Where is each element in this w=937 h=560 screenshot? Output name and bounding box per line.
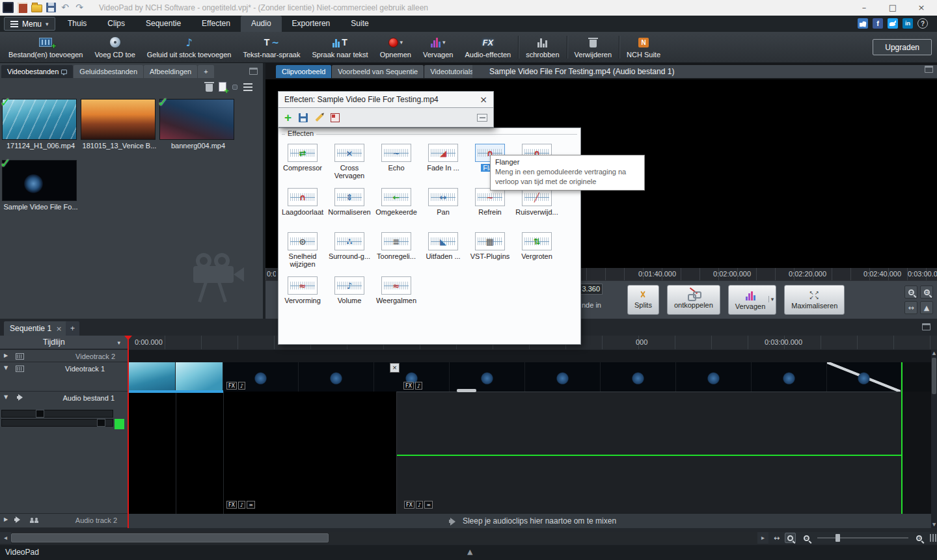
scroll-left-icon[interactable]: ◂ (0, 532, 11, 544)
effect-item-cross-vervagen[interactable]: ×Cross Vervagen (326, 140, 373, 180)
tab-exporteren[interactable]: Exporteren (282, 16, 341, 32)
fx-badge[interactable]: FX (226, 382, 237, 390)
minimize-button[interactable]: – (850, 0, 878, 16)
nch-suite-button[interactable]: N NCH Suite (621, 32, 666, 62)
pan-slider-handle[interactable] (97, 419, 105, 427)
tab-afbeeldingen[interactable]: Afbeeldingen (144, 65, 197, 78)
effect-item-normaliseren[interactable]: ⇕Normaliseren (326, 184, 373, 216)
audio-badge[interactable]: ♪ (415, 382, 422, 390)
help-icon[interactable]: ? (917, 18, 928, 29)
like-icon[interactable] (858, 18, 868, 29)
timeline-clip[interactable] (176, 362, 223, 392)
track-header-video-1[interactable]: ▼ Videotrack 1 (0, 362, 128, 392)
media-thumbnail[interactable]: ✓ (2, 99, 77, 140)
effect-item-uitfaden[interactable]: ◣Uitfaden ... (420, 228, 467, 260)
scroll-up-icon[interactable]: ▲ (931, 351, 937, 356)
fit-timeline-icon[interactable]: ↔ (774, 534, 780, 542)
effects-dialog-titlebar[interactable]: Effecten: Sample Video File For Testing.… (278, 91, 494, 108)
panel-detach-icon[interactable] (922, 323, 930, 330)
media-item[interactable]: ✓ bannerg004.mp4 (159, 99, 237, 150)
collapsed-icon[interactable]: ▶ (4, 353, 8, 358)
save-icon[interactable] (46, 3, 56, 12)
fx-badge[interactable]: FX (404, 501, 414, 509)
close-button[interactable]: × (907, 0, 936, 16)
add-effect-icon[interactable]: + (284, 112, 292, 124)
media-item[interactable]: ✓ Sample Video File Fo... (2, 160, 79, 211)
media-item[interactable]: 181015_13_Venice B... (81, 99, 158, 150)
trash-icon[interactable] (206, 84, 213, 92)
effect-item-toonregeling[interactable]: ≡Toonregeli... (373, 228, 420, 260)
effect-item-compressor[interactable]: ⇄Compressor (279, 140, 326, 172)
playhead-handle[interactable] (124, 336, 132, 344)
tab-add[interactable]: + (198, 65, 213, 78)
effect-item-pan[interactable]: ↔Pan (420, 184, 467, 216)
timeline-zoom-slider[interactable] (817, 533, 908, 542)
redo-icon[interactable]: ↷ (74, 2, 85, 13)
audio-effects-button[interactable]: FX Audio-effecten (459, 32, 517, 62)
close-tab-icon[interactable]: × (56, 325, 62, 333)
grip-icon[interactable] (930, 534, 936, 542)
tab-geluidsbestanden[interactable]: Geluidsbestanden (74, 65, 143, 78)
collapsed-icon[interactable]: ▶ (4, 516, 8, 522)
track-content-audio-1[interactable]: FX ♪ ∞ FX ♪ ∞ (128, 392, 937, 514)
edit-icon[interactable] (316, 113, 323, 121)
close-icon[interactable]: × (480, 94, 487, 105)
text-to-speech-button[interactable]: T~ Tekst-naar-spraak (237, 32, 306, 62)
effect-chain-icon[interactable] (477, 114, 487, 122)
tab-sequentie-1[interactable]: Sequentie 1 × (4, 321, 68, 336)
timeline-clip[interactable] (752, 362, 827, 392)
add-files-button[interactable]: + Bestand(en) toevoegen (3, 32, 88, 62)
effect-item-vst-plugins[interactable]: ▦VST-Plugins (467, 228, 513, 260)
zoom-in-icon[interactable]: + (914, 533, 925, 543)
scrub-button[interactable]: schrobben (520, 32, 565, 62)
timeline-clip[interactable] (525, 362, 601, 392)
scroll-down-icon[interactable]: ▲ (931, 522, 937, 527)
open-folder-icon[interactable] (31, 5, 42, 12)
volume-slider[interactable] (1, 410, 113, 418)
timeline-clip[interactable] (676, 362, 752, 392)
volume-envelope-line[interactable] (397, 455, 901, 456)
zoom-out-icon[interactable]: − (801, 533, 812, 543)
effect-item-echo[interactable]: ~Echo (373, 140, 420, 172)
chevron-down-icon[interactable]: ▾ (768, 296, 774, 302)
scrollbar-thumb[interactable] (11, 533, 329, 542)
tab-suite[interactable]: Suite (340, 16, 379, 32)
tab-voorbeeld-van-sequentie[interactable]: Voorbeeld van Sequentie (332, 65, 424, 78)
tab-clips[interactable]: Clips (97, 16, 135, 32)
effect-item-volume[interactable]: ♪Volume (326, 273, 373, 304)
vertical-scrollbar[interactable]: ▲ ▲ (931, 350, 937, 528)
effect-item-laagdoorlaat[interactable]: ∩Laagdoorlaat (279, 184, 326, 216)
remove-effect-icon[interactable] (331, 113, 340, 122)
effect-item-omgekeerde[interactable]: ←Omgekeerde (373, 184, 420, 216)
fade-button[interactable]: ▾ Vervagen (417, 32, 459, 62)
scrollbar-thumb[interactable] (932, 358, 936, 394)
media-thumbnail[interactable] (81, 99, 156, 140)
transition-icon[interactable]: × (390, 363, 400, 373)
fit-width-icon[interactable]: ↔ (904, 301, 917, 314)
panel-detach-icon[interactable] (249, 68, 258, 75)
undo-icon[interactable]: ↶ (60, 2, 70, 13)
grid-view-icon[interactable] (232, 85, 238, 90)
track-content-video-2[interactable] (128, 350, 937, 362)
playhead[interactable] (128, 337, 129, 528)
timeline-clip[interactable] (299, 362, 374, 392)
add-sequence-tab[interactable]: + (66, 321, 79, 336)
zoom-slider-handle[interactable] (835, 534, 840, 542)
linkedin-icon[interactable]: in (903, 18, 913, 29)
zoom-selection-icon[interactable] (785, 533, 796, 543)
pan-slider[interactable] (1, 419, 113, 427)
list-view-icon[interactable] (243, 83, 252, 91)
audio-badge[interactable]: ♪ (238, 382, 245, 390)
horizontal-scrollbar[interactable]: ◂ ▸ (0, 532, 768, 544)
audio-badge[interactable]: ♪ (416, 501, 423, 509)
track-content-video-1[interactable]: × FX ♪ FX ♪ (128, 362, 937, 392)
panel-detach-icon[interactable] (925, 66, 933, 73)
fx-badge[interactable]: FX (226, 501, 237, 509)
maximize-preview-button[interactable]: ↖↗↙↘ Maximaliseren (784, 285, 845, 315)
effect-item-vervorming[interactable]: ≈Vervorming (279, 273, 326, 304)
new-project-icon[interactable] (18, 3, 27, 13)
loop-badge[interactable]: ∞ (247, 501, 255, 509)
audio-clip[interactable] (397, 392, 901, 514)
fx-badge[interactable]: FX (403, 382, 414, 390)
effect-item-vergroten[interactable]: ⇅Vergroten (513, 228, 560, 260)
